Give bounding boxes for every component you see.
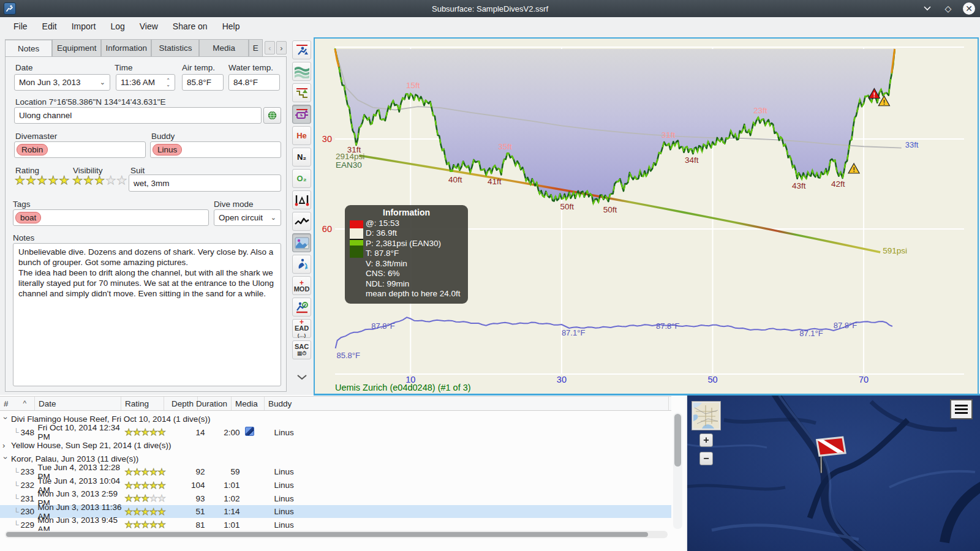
map-menu-button[interactable] xyxy=(950,399,973,419)
location-input[interactable]: Ulong channel xyxy=(14,107,262,124)
tag-chip[interactable]: boat xyxy=(15,212,41,223)
star-filled-icon: ★ xyxy=(157,427,165,437)
toolbar-button-gas-switch[interactable] xyxy=(292,255,311,274)
location-globe-button[interactable] xyxy=(263,107,281,124)
toolbar-button-helium-graph[interactable]: He xyxy=(292,126,311,145)
menu-view[interactable]: View xyxy=(132,19,165,34)
tab-e[interactable]: E xyxy=(249,39,263,56)
tab-equipment[interactable]: Equipment xyxy=(52,39,101,56)
star-filled-icon: ★ xyxy=(149,427,157,437)
svg-text:70: 70 xyxy=(859,375,869,384)
menu-log[interactable]: Log xyxy=(103,19,132,34)
scrollbar-thumb[interactable] xyxy=(6,532,648,537)
toolbar-button-nitrogen-graph[interactable]: N₂ xyxy=(292,148,311,167)
expand-arrow-icon[interactable]: › xyxy=(2,441,9,450)
ascent-rate-icon xyxy=(295,43,309,57)
dive-media-cell xyxy=(240,427,273,438)
trip-row[interactable]: ›Yellow House, Sun Sep 21, 2014 (1 dive(… xyxy=(0,439,671,452)
media-thumbnail-icon[interactable] xyxy=(245,427,254,436)
toolbar-button-oxygen-graph[interactable]: O₂ xyxy=(292,169,311,188)
map-zoom-out-button[interactable]: − xyxy=(699,452,713,465)
toolbar-button-photos[interactable] xyxy=(292,233,311,252)
collapse-arrow-icon[interactable]: › xyxy=(1,457,10,463)
menu-import[interactable]: Import xyxy=(64,19,104,34)
column-header-depth[interactable]: Depth xyxy=(164,397,198,410)
trip-label: Yellow House, Sun Sep 21, 2014 (1 dive(s… xyxy=(11,441,171,450)
date-label: Date xyxy=(15,63,33,72)
visibility-stars[interactable]: ★★★★★ xyxy=(72,173,127,187)
buddy-input[interactable]: Linus xyxy=(150,141,281,158)
map-overview-thumbnail[interactable] xyxy=(692,402,720,430)
tab-statistics[interactable]: Statistics xyxy=(151,39,199,56)
menu-help[interactable]: Help xyxy=(215,19,247,34)
dive-rating-stars: ★★★★★ xyxy=(125,493,173,504)
sac-rate-icon: SAC▦⏱ xyxy=(295,343,309,356)
tab-notes[interactable]: Notes xyxy=(5,39,52,56)
toolbar-button-ead[interactable]: +EAD(…) xyxy=(292,319,311,338)
suit-input[interactable]: wet, 3mm xyxy=(129,174,281,192)
toolbar-button-waves[interactable] xyxy=(292,62,311,81)
star-filled-icon: ★ xyxy=(149,519,157,530)
tab-information[interactable]: Information xyxy=(101,39,151,56)
watertemp-field[interactable]: 84.8°F xyxy=(228,74,280,91)
rating-stars[interactable]: ★★★★★ xyxy=(15,173,70,187)
menu-edit[interactable]: Edit xyxy=(35,19,64,34)
notes-textarea[interactable] xyxy=(13,243,281,386)
tags-input[interactable]: boat xyxy=(13,209,209,226)
toolbar-scroll-down-button[interactable] xyxy=(292,371,311,383)
toolbar-button-tank-bar[interactable] xyxy=(292,105,311,124)
tab-scroll-right-button[interactable]: › xyxy=(276,41,287,54)
dive-duration: 1:01 xyxy=(205,520,240,530)
spinner-arrows-icon[interactable]: ⌃⌄ xyxy=(166,78,170,87)
toolbar-button-mod[interactable]: +MOD xyxy=(292,276,311,295)
svg-text:60: 60 xyxy=(322,224,332,234)
dive-list-horizontal-scrollbar[interactable] xyxy=(5,531,668,538)
menubar: FileEditImportLogViewShare onHelp xyxy=(0,17,980,36)
map-zoom-in-button[interactable]: + xyxy=(699,433,713,447)
dive-row[interactable]: └348Fri Oct 10, 2014 12:34 PM★★★★★142:00… xyxy=(0,426,671,439)
scrollbar-thumb[interactable] xyxy=(674,414,681,467)
date-combobox[interactable]: Mon Jun 3, 2013⌄ xyxy=(14,74,110,91)
svg-text:35ft: 35ft xyxy=(498,142,512,151)
column-header-duration[interactable]: Duration xyxy=(198,397,232,410)
time-spinbox[interactable]: 11:36 AM⌃⌄ xyxy=(116,74,175,91)
infobox-row: NDL: 99min xyxy=(366,279,463,290)
column-header-media[interactable]: Media xyxy=(232,397,265,410)
dive-list-header: #^DateRatingDepthDurationMediaBuddy xyxy=(0,396,671,411)
menu-share-on[interactable]: Share on xyxy=(165,19,215,34)
divemaster-input[interactable]: Robin xyxy=(14,141,146,158)
maximize-button[interactable]: ◇ xyxy=(942,2,954,15)
map-canvas[interactable] xyxy=(687,395,980,551)
toolbar-button-sac-rate[interactable]: SAC▦⏱ xyxy=(292,340,311,359)
tab-media[interactable]: Media xyxy=(199,39,248,56)
toolbar-button-ascent-rate[interactable] xyxy=(292,40,311,59)
titlebar: Subsurface: SampleDivesV2.ssrf ◇ ✕ xyxy=(0,0,980,17)
toolbar-button-heart-rate[interactable] xyxy=(292,212,311,231)
menu-file[interactable]: File xyxy=(6,19,35,34)
close-button[interactable]: ✕ xyxy=(963,2,975,15)
column-header-rating[interactable]: Rating xyxy=(121,397,164,410)
dive-site-map[interactable]: + − xyxy=(687,395,980,551)
divemode-combobox[interactable]: Open circuit⌄ xyxy=(214,209,281,226)
airtemp-field[interactable]: 85.8°F xyxy=(182,74,224,91)
svg-text:23ft: 23ft xyxy=(753,106,767,115)
divemaster-chip[interactable]: Robin xyxy=(17,144,48,156)
dive-duration: 59 xyxy=(205,467,240,476)
dive-row[interactable]: └229Mon Jun 3, 2013 9:45 AM★★★★★811:01Li… xyxy=(0,519,671,531)
collapse-arrow-icon[interactable]: › xyxy=(1,417,10,423)
buddy-chip[interactable]: Linus xyxy=(153,144,182,156)
toolbar-button-dc-ceiling[interactable] xyxy=(292,298,311,317)
column-header-buddy[interactable]: Buddy xyxy=(265,397,669,410)
svg-text:87.8°F: 87.8°F xyxy=(656,321,680,331)
globe-icon xyxy=(268,111,277,120)
toolbar-button-calculated-ceiling[interactable] xyxy=(292,83,311,102)
column-header-date[interactable]: Date xyxy=(35,397,121,410)
toolbar-button-ruler[interactable] xyxy=(292,190,311,209)
column-header-num[interactable]: #^ xyxy=(0,397,35,410)
dive-list-vertical-scrollbar[interactable] xyxy=(673,413,682,529)
dive-buddy: Linus xyxy=(274,507,294,516)
svg-text:30: 30 xyxy=(557,375,567,384)
tab-scroll-left-button[interactable]: ‹ xyxy=(265,41,275,54)
chevron-down-icon: ⌄ xyxy=(100,78,105,86)
minimize-button[interactable] xyxy=(921,2,933,15)
